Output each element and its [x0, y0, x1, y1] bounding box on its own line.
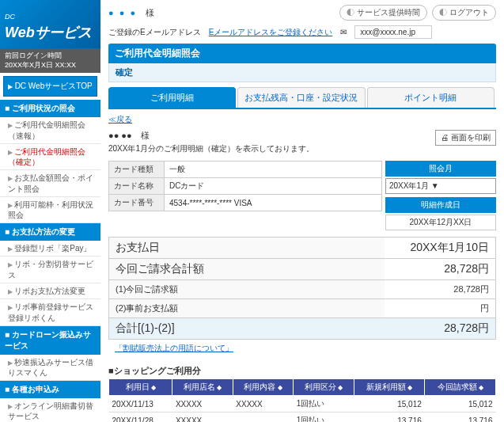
tab-detail[interactable]: ご利用明細	[108, 87, 236, 108]
menu-item[interactable]: 秒速振込みサービス借りスマくん	[0, 355, 100, 381]
menu-item[interactable]: オンライン明細書切替サービス	[0, 398, 100, 422]
month-label: 照会月	[385, 161, 496, 177]
month-select[interactable]: 20XX年1月 ▼	[385, 178, 496, 194]
menu-item[interactable]: リボお支払方法変更	[0, 283, 100, 299]
sidebar: DC Webサービス 前回ログイン時間 20XX年X月X日 XX:XX DC W…	[0, 0, 100, 422]
menu-item[interactable]: お支払金額照会・ポイント照会	[0, 170, 100, 196]
menu-item[interactable]: 利用可能枠・利用状況照会	[0, 197, 100, 223]
card-table: カード種類一般 カード名称DCカード カード番号4534-****-****-*…	[108, 161, 382, 211]
table-row: 20XX/11/13XXXXX XXXXX1回払い 15,01215,012	[109, 396, 496, 412]
menu-item[interactable]: リボ・分割切替サービス	[0, 257, 100, 283]
logo: DC Webサービス	[0, 0, 100, 48]
user-greet: ● ● ● 様	[108, 7, 154, 19]
created-label: 明細作成日	[385, 197, 496, 213]
email-icon: ✉	[340, 28, 347, 36]
back-link[interactable]: ≪戻る	[108, 114, 132, 125]
email-register-link[interactable]: Eメールアドレスをご登録ください	[209, 27, 333, 38]
page-subtitle: 確定	[108, 63, 496, 82]
table-row: 20XX/11/28XXXXX 1回払い 13,71613,716	[109, 412, 496, 423]
logout-button[interactable]: ログアウト	[432, 5, 496, 21]
menu-item[interactable]: リボ事前登録サービス登録リボくん	[0, 299, 100, 325]
service-hours-button[interactable]: サービス提供時間	[339, 5, 427, 21]
menu-item-active[interactable]: ご利用代金明細照会（確定）	[0, 144, 100, 170]
month-panel: 照会月 20XX年1月 ▼ 明細作成日 20XX年12月XX日	[385, 161, 496, 230]
main: ● ● ● 様 サービス提供時間 ログアウト ご登録のEメールアドレス Eメール…	[100, 0, 504, 422]
section-apply: 各種お申込み	[0, 381, 100, 398]
section-usage: ご利用状況の照会	[0, 100, 100, 117]
tab-balance[interactable]: お支払残高・口座・設定状況	[237, 87, 365, 108]
summary-table: お支払日20XX年1月10日 今回ご請求合計額28,728円 (1)今回ご請求額…	[108, 237, 496, 340]
tab-row: ご利用明細 お支払残高・口座・設定状況 ポイント明細	[108, 87, 496, 109]
section-payment: お支払方法の変更	[0, 223, 100, 241]
login-info: 前回ログイン時間 20XX年X月X日 XX:XX	[0, 48, 100, 73]
menu-item[interactable]: ご利用代金明細照会（速報）	[0, 117, 100, 143]
created-date: 20XX年12月XX日	[385, 215, 496, 230]
shopping-table: 利用日利用店名 利用内容利用区分 新規利用額今回請求額 20XX/11/13XX…	[108, 378, 496, 422]
menu-item[interactable]: 登録型リボ「楽Pay」	[0, 241, 100, 257]
email-value: xxx@xxxx.ne.jp	[354, 25, 432, 39]
greet-line: ●● ●● 様	[108, 130, 314, 142]
email-label: ご登録のEメールアドレス	[108, 27, 201, 38]
tab-point[interactable]: ポイント明細	[367, 87, 495, 108]
shopping-title: ショッピングご利用分	[108, 365, 496, 377]
print-button[interactable]: 画面を印刷	[435, 130, 496, 146]
page-title: ご利用代金明細照会	[108, 44, 496, 63]
section-loan: カードローン振込みサービス	[0, 326, 100, 355]
top-button[interactable]: DC WebサービスTOP	[3, 76, 97, 97]
desc-line: 20XX年1月分のご利用明細（確定）を表示しております。	[108, 143, 314, 154]
terms-link[interactable]: 「割賦販売法上の用語について」	[108, 340, 496, 357]
